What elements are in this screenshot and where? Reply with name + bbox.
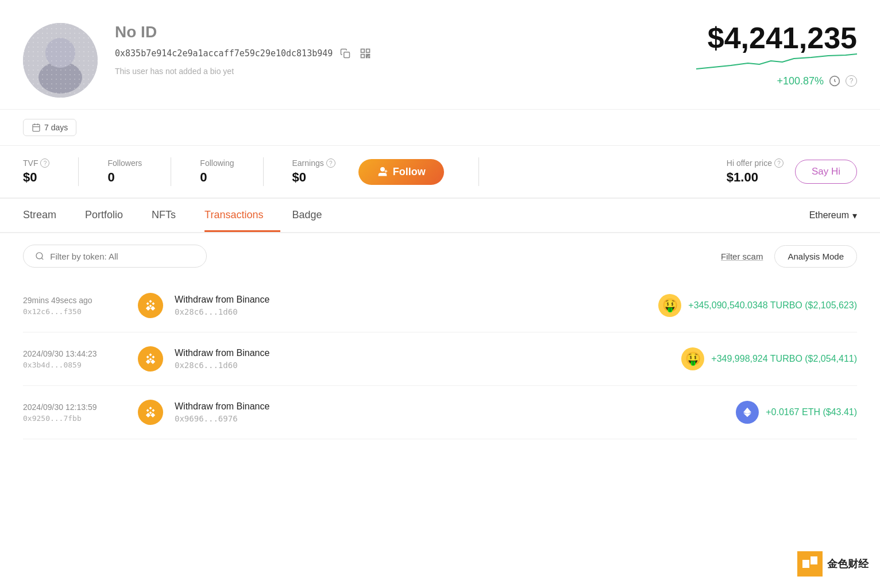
svg-marker-44 bbox=[743, 413, 747, 417]
svg-marker-34 bbox=[149, 358, 152, 361]
svg-rect-6 bbox=[361, 49, 365, 53]
tx-description-1: Withdraw from Binance 0x28c6...1d60 bbox=[175, 295, 647, 316]
network-selector[interactable]: Ethereum ▾ bbox=[809, 206, 857, 226]
tab-stream[interactable]: Stream bbox=[23, 199, 74, 232]
filter-scam-button[interactable]: Filter scam bbox=[721, 252, 763, 261]
tvf-help-icon[interactable]: ? bbox=[40, 158, 49, 168]
table-row: 2024/09/30 13:44:23 0x3b4d...0859 Withdr… bbox=[23, 332, 857, 386]
tx-description-2: Withdraw from Binance 0x28c6...1d60 bbox=[175, 348, 670, 370]
filter-row: Filter scam Analysis Mode bbox=[0, 233, 880, 279]
watermark-logo bbox=[797, 551, 823, 577]
change-period-button[interactable] bbox=[827, 74, 842, 88]
tab-transactions[interactable]: Transactions bbox=[204, 199, 280, 232]
tx-address-2: 0x28c6...1d60 bbox=[175, 361, 670, 370]
filter-scam-label: Filter scam bbox=[721, 252, 763, 261]
svg-rect-4 bbox=[23, 23, 98, 98]
analysis-mode-label: Analysis Mode bbox=[788, 252, 844, 261]
svg-marker-29 bbox=[149, 353, 152, 356]
token-icon-1: 🤑 bbox=[658, 294, 681, 317]
search-box bbox=[23, 245, 207, 268]
days-filter-row: 7 days bbox=[0, 110, 880, 146]
tx-time-hash-2: 2024/09/30 13:44:23 0x3b4d...0859 bbox=[23, 349, 126, 369]
following-value: 0 bbox=[200, 170, 207, 185]
svg-rect-9 bbox=[366, 55, 368, 56]
tx-hash-3: 0x9250...7fbb bbox=[23, 414, 126, 423]
svg-marker-23 bbox=[149, 300, 152, 303]
days-filter-button[interactable]: 7 days bbox=[23, 119, 76, 136]
tx-time-hash-3: 2024/09/30 12:13:59 0x9250...7fbb bbox=[23, 403, 126, 423]
follow-button[interactable]: Follow bbox=[358, 159, 444, 185]
portfolio-value-section: $4,241,235 +100.87% ? bbox=[696, 23, 857, 88]
earnings-label: Earnings bbox=[292, 158, 324, 168]
qr-code-button[interactable] bbox=[358, 46, 373, 61]
tx-action-3: Withdraw from Binance bbox=[175, 401, 724, 412]
follow-btn-label: Follow bbox=[393, 166, 426, 178]
hi-offer-label: Hi offer price bbox=[727, 158, 772, 168]
tab-badge[interactable]: Badge bbox=[292, 199, 339, 232]
tx-amount-section-2: 🤑 +349,998,924 TURBO ($2,054,411) bbox=[681, 347, 857, 370]
followers-label: Followers bbox=[107, 158, 142, 168]
say-hi-label: Say Hi bbox=[812, 166, 840, 177]
stats-row: TVF ? $0 Followers 0 Following 0 Earning… bbox=[0, 146, 880, 199]
svg-rect-11 bbox=[366, 57, 368, 58]
tvf-value: $0 bbox=[23, 170, 37, 185]
token-icon-3 bbox=[736, 401, 759, 424]
hi-offer-value: $1.00 bbox=[727, 170, 758, 185]
hi-offer-section: Hi offer price ? $1.00 Say Hi bbox=[727, 158, 857, 185]
tx-time-2: 2024/09/30 13:44:23 bbox=[23, 349, 126, 358]
tab-nfts[interactable]: NFTs bbox=[152, 199, 193, 232]
transactions-list: 29mins 49secs ago 0x12c6...f350 Withdraw… bbox=[0, 279, 880, 439]
svg-marker-43 bbox=[747, 413, 751, 417]
portfolio-change: +100.87% ? bbox=[696, 74, 857, 88]
tab-portfolio[interactable]: Portfolio bbox=[85, 199, 140, 232]
table-row: 29mins 49secs ago 0x12c6...f350 Withdraw… bbox=[23, 279, 857, 332]
network-chevron-icon: ▾ bbox=[852, 210, 857, 221]
tx-hash-1: 0x12c6...f350 bbox=[23, 307, 126, 316]
stat-divider-4 bbox=[478, 157, 479, 186]
token-icon-2: 🤑 bbox=[681, 347, 704, 370]
tx-amount-3: +0.0167 ETH ($43.41) bbox=[766, 407, 857, 417]
tx-amount-section-3: +0.0167 ETH ($43.41) bbox=[736, 401, 857, 424]
portfolio-help-icon[interactable]: ? bbox=[846, 75, 857, 87]
wallet-address: 0x835b7e914c2e9a1accaff7e59c29e10dc813b9… bbox=[115, 48, 333, 59]
svg-marker-31 bbox=[152, 355, 155, 358]
days-filter-label: 7 days bbox=[44, 123, 68, 132]
tx-amount-1: +345,090,540.0348 TURBO ($2,105,623) bbox=[688, 300, 857, 311]
tx-address-3: 0x9696...6976 bbox=[175, 414, 724, 423]
stat-divider-3 bbox=[263, 157, 264, 186]
svg-point-21 bbox=[36, 253, 43, 259]
tabs-row: Stream Portfolio NFTs Transactions Badge… bbox=[0, 199, 880, 233]
tx-action-1: Withdraw from Binance bbox=[175, 295, 647, 305]
tx-time-1: 29mins 49secs ago bbox=[23, 296, 126, 305]
follow-person-icon bbox=[377, 166, 388, 177]
svg-rect-5 bbox=[344, 52, 350, 58]
svg-line-22 bbox=[41, 258, 43, 260]
earnings-stat: Earnings ? $0 bbox=[292, 158, 335, 185]
tx-description-3: Withdraw from Binance 0x9696...6976 bbox=[175, 401, 724, 423]
hi-offer-help-icon[interactable]: ? bbox=[774, 158, 783, 168]
tx-hash-2: 0x3b4d...0859 bbox=[23, 361, 126, 369]
svg-marker-35 bbox=[149, 407, 152, 409]
following-label: Following bbox=[200, 158, 234, 168]
copy-address-button[interactable] bbox=[338, 47, 352, 60]
analysis-mode-button[interactable]: Analysis Mode bbox=[774, 245, 857, 268]
svg-rect-8 bbox=[361, 55, 365, 58]
stat-divider-1 bbox=[78, 157, 79, 186]
binance-icon-3 bbox=[138, 400, 163, 425]
tx-time-hash-1: 29mins 49secs ago 0x12c6...f350 bbox=[23, 296, 126, 316]
binance-logo-icon bbox=[143, 298, 158, 313]
watermark: 金色财经 bbox=[797, 551, 869, 577]
binance-logo-icon-3 bbox=[143, 405, 158, 420]
token-filter-input[interactable] bbox=[50, 252, 195, 261]
calendar-icon bbox=[32, 123, 41, 132]
earnings-help-icon[interactable]: ? bbox=[326, 158, 335, 168]
say-hi-button[interactable]: Say Hi bbox=[795, 160, 857, 184]
followers-value: 0 bbox=[107, 170, 114, 185]
svg-rect-46 bbox=[810, 556, 817, 564]
following-stat: Following 0 bbox=[200, 158, 234, 185]
svg-marker-37 bbox=[152, 409, 155, 412]
portfolio-amount: $4,241,235 bbox=[696, 23, 857, 53]
svg-marker-36 bbox=[146, 409, 149, 412]
svg-rect-7 bbox=[366, 49, 370, 53]
followers-stat: Followers 0 bbox=[107, 158, 142, 185]
